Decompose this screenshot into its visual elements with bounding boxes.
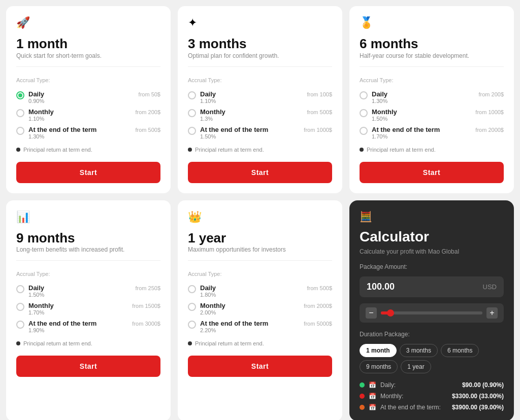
option-daily-3months[interactable]: Daily 1.10% from 100$ [188,90,332,104]
option-min: from 200$ [135,108,160,115]
slider-track[interactable] [381,311,482,314]
card-9months: 📊 9 months Long-term benefits with incre… [6,200,171,420]
option-min: from 500$ [135,126,160,133]
result-label-daily: Daily: [380,381,458,389]
card-1year-icon: 👑 [188,211,332,224]
option-daily-9months[interactable]: Daily 1.50% from 250$ [16,284,160,298]
slider-row: − + [360,303,504,323]
option-end-9months[interactable]: At the end of the term 1.90% from 3000$ [16,320,160,333]
accrual-options-1year: Daily 1.80% from 500$ Monthly 2.00% [188,284,332,333]
card-3months-subtitle: Optimal plan for confident growth. [188,52,332,59]
card-6months-icon: 🏅 [360,16,504,29]
calculator-title: Calculator [360,229,504,245]
calculator-results: 📅 Daily: $90.00 (0.90%) 📅 Monthly: $3300… [360,381,504,411]
option-monthly-1year[interactable]: Monthly 2.00% from 2000$ [188,302,332,316]
option-end-3months[interactable]: At the end of the term 1.50% from 1000$ [188,126,332,139]
start-button-6months[interactable]: Start [360,162,504,183]
calculator-subtitle: Calculate your profit with Mao Global [360,248,504,255]
option-name: Daily [28,90,44,98]
divider [16,66,160,67]
card-3months-title: 3 months [188,37,332,51]
result-end: 📅 At the end of the term: $3900.00 (39.0… [360,404,504,411]
result-dot-monthly [360,394,365,399]
card-9months-icon: 📊 [16,211,160,224]
amount-currency: USD [483,283,497,291]
option-daily-1month[interactable]: Daily 0.90% from 50$ [16,90,160,104]
dur-btn-1month[interactable]: 1 month [360,344,397,357]
card-9months-subtitle: Long-term benefits with increased profit… [16,246,160,253]
principal-note-1month: Principal return at term end. [16,147,160,153]
result-value-daily: $90.00 (0.90%) [462,381,504,389]
card-1month-icon: 🚀 [16,16,160,29]
option-rate: 1.30% [28,133,96,139]
duration-buttons: 1 month 3 months 6 months 9 months 1 yea… [360,344,504,373]
option-monthly-6months[interactable]: Monthly 1.50% from 1000$ [360,108,504,122]
principal-text: Principal return at term end. [23,147,92,153]
slider-plus-btn[interactable]: + [486,307,498,319]
option-daily-1year[interactable]: Daily 1.80% from 500$ [188,284,332,298]
card-9months-title: 9 months [16,231,160,246]
start-button-1month[interactable]: Start [16,162,160,183]
principal-note-9months: Principal return at term end. [16,340,160,346]
result-icon-daily: 📅 [369,381,376,389]
option-min: from 50$ [139,90,160,97]
card-1month: 🚀 1 month Quick start for short-term goa… [6,6,171,193]
dur-btn-3months[interactable]: 3 months [400,344,438,357]
option-name: Monthly [28,108,54,116]
result-monthly: 📅 Monthly: $3300.00 (33.00%) [360,393,504,400]
principal-note-1year: Principal return at term end. [188,340,332,346]
option-end-1month[interactable]: At the end of the term 1.30% from 500$ [16,126,160,139]
principal-dot [16,148,20,152]
card-1month-title: 1 month [16,37,160,51]
divider [188,66,332,67]
accrual-options-3months: Daily 1.10% from 100$ Monthly 1.3% [188,90,332,139]
option-monthly-9months[interactable]: Monthly 1.70% from 1500$ [16,302,160,316]
start-button-1year[interactable]: Start [188,356,332,377]
result-icon-end: 📅 [369,404,376,411]
card-1month-subtitle: Quick start for short-term goals. [16,52,160,59]
package-amount-label: Package Amount: [360,263,504,270]
principal-note-3months: Principal return at term end. [188,147,332,153]
accrual-options-9months: Daily 1.50% from 250$ Monthly 1.70% [16,284,160,333]
card-6months-title: 6 months [360,37,504,51]
card-6months-subtitle: Half-year course for stable development. [360,52,504,59]
principal-note-6months: Principal return at term end. [360,147,504,153]
option-name: At the end of the term [28,126,96,133]
option-monthly-1month[interactable]: Monthly 1.10% from 200$ [16,108,160,122]
result-daily: 📅 Daily: $90.00 (0.90%) [360,381,504,389]
bottom-row: 📊 9 months Long-term benefits with incre… [6,200,514,420]
option-end-1year[interactable]: At the end of the term 2.20% from 5000$ [188,320,332,333]
result-label-monthly: Monthly: [380,393,448,400]
option-daily-6months[interactable]: Daily 1.30% from 200$ [360,90,504,104]
slider-thumb[interactable] [387,309,394,317]
result-icon-monthly: 📅 [369,393,376,400]
slider-minus-btn[interactable]: − [366,307,377,319]
start-button-9months[interactable]: Start [16,356,160,377]
card-1year-subtitle: Maximum opportunities for investors [188,246,332,253]
accrual-label: Accrual Type: [16,77,160,83]
option-rate: 1.10% [28,116,54,122]
card-3months-icon: ✦ [188,16,332,29]
duration-label: Duration Package: [360,331,504,338]
result-value-monthly: $3300.00 (33.00%) [452,393,504,400]
option-monthly-3months[interactable]: Monthly 1.3% from 500$ [188,108,332,122]
option-end-6months[interactable]: At the end of the term 1.70% from 2000$ [360,126,504,139]
result-value-end: $3900.00 (39.00%) [452,404,504,411]
amount-value[interactable]: 100.00 [367,282,483,292]
accrual-label: Accrual Type: [188,77,332,83]
radio-end-1month[interactable] [16,127,24,135]
dur-btn-1year[interactable]: 1 year [401,360,431,373]
start-button-3months[interactable]: Start [188,162,332,183]
radio-monthly-1month[interactable] [16,109,24,117]
radio-daily-1month[interactable] [16,91,24,99]
card-1year: 👑 1 year Maximum opportunities for inves… [178,200,342,420]
option-monthly-details: Monthly 1.10% from 200$ [28,108,160,122]
card-1year-title: 1 year [188,231,332,246]
accrual-options-6months: Daily 1.30% from 200$ Monthly 1.50% [360,90,504,139]
accrual-options-1month: Daily 0.90% from 50$ Monthly 1.10% [16,90,160,139]
option-end-details: At the end of the term 1.30% from 500$ [28,126,160,139]
top-row: 🚀 1 month Quick start for short-term goa… [6,6,514,193]
dur-btn-9months[interactable]: 9 months [360,360,398,373]
result-label-end: At the end of the term: [380,404,448,411]
dur-btn-6months[interactable]: 6 months [441,344,479,357]
